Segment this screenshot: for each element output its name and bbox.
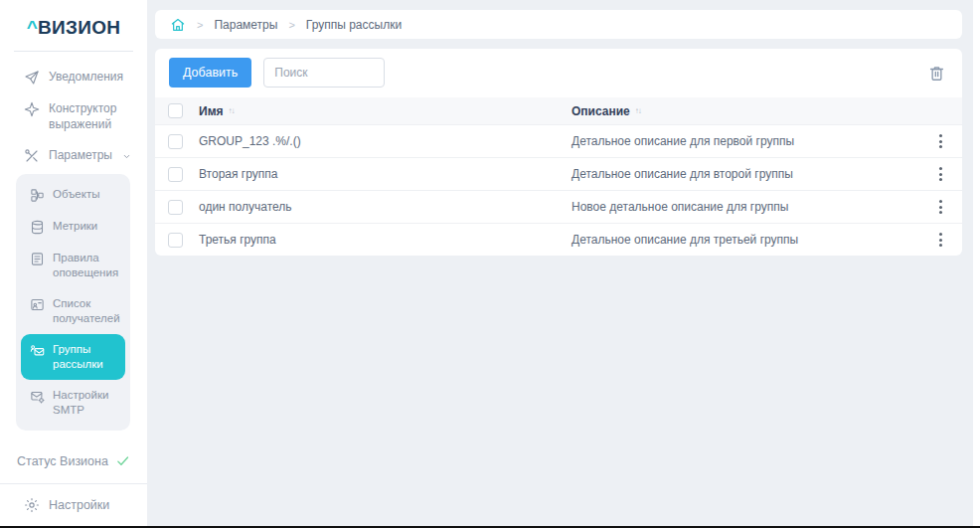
column-header-description[interactable]: Описание ↑↓ (572, 104, 918, 118)
add-button[interactable]: Добавить (169, 58, 251, 88)
sidebar-item-mailing-groups[interactable]: Группы рассылки (21, 334, 125, 380)
vision-status: Статус Визиона (0, 445, 147, 483)
chevron-down-icon (122, 152, 131, 161)
row-description-cell: Детальное описание для второй группы (572, 167, 918, 181)
app-logo: ^ВИЗИОН (0, 0, 147, 48)
sidebar-item-recipients-list[interactable]: Список получателей (21, 288, 125, 334)
sidebar-item-label: Метрики (53, 219, 97, 234)
breadcrumb-item-parameters[interactable]: Параметры (214, 18, 277, 32)
sidebar-item-alert-rules[interactable]: Правила оповещения (21, 243, 125, 288)
sidebar-item-notifications[interactable]: Уведомления (0, 62, 147, 93)
sidebar-item-label: Уведомления (49, 70, 123, 86)
row-description-cell: Новое детальное описание для группы (572, 200, 918, 214)
column-header-label: Имя (199, 104, 224, 118)
app-window: ^ВИЗИОН Уведомления Конструктор выражени… (0, 0, 973, 526)
home-icon[interactable] (170, 17, 186, 33)
table-body: GROUP_123 .%/.() Детальное описание для … (155, 124, 962, 256)
row-name-cell: Третья группа (199, 233, 572, 247)
parameters-submenu: Объекты Метрики Правила оповещения Списо… (16, 174, 130, 431)
sidebar-item-label: Настройки SMTP (53, 388, 121, 418)
vision-status-label: Статус Визиона (17, 454, 108, 468)
breadcrumb-separator-icon: > (288, 19, 294, 31)
kebab-icon (939, 206, 942, 209)
row-name-cell: GROUP_123 .%/.() (199, 134, 572, 148)
kebab-icon (939, 200, 942, 203)
alert-rules-icon (30, 252, 45, 266)
trash-icon (927, 64, 946, 83)
gear-icon (24, 497, 40, 513)
kebab-icon (939, 140, 942, 143)
sidebar-item-parameters[interactable]: Параметры (0, 140, 147, 172)
kebab-icon (939, 211, 942, 214)
sidebar-item-metrics[interactable]: Метрики (21, 211, 125, 243)
sidebar-item-label: Правила оповещения (53, 251, 121, 280)
toolbar: Добавить (155, 49, 962, 97)
kebab-icon (939, 173, 942, 176)
row-actions-menu-button[interactable] (933, 130, 948, 152)
delete-selected-button[interactable] (925, 62, 948, 85)
paper-plane-icon (24, 70, 40, 86)
recipients-list-icon (30, 297, 45, 312)
row-checkbox[interactable] (168, 134, 183, 149)
expression-constructor-icon (24, 101, 40, 117)
kebab-icon (939, 233, 942, 236)
kebab-icon (939, 145, 942, 148)
sort-icon: ↑↓ (635, 106, 641, 115)
sidebar-item-label: Объекты (53, 187, 99, 202)
sidebar-item-label: Настройки (49, 498, 109, 512)
table-row[interactable]: GROUP_123 .%/.() Детальное описание для … (155, 124, 962, 157)
breadcrumb-separator-icon: > (197, 19, 203, 31)
sidebar-item-label: Группы рассылки (53, 342, 121, 372)
logo-caret-icon: ^ (27, 17, 38, 38)
sidebar-item-settings[interactable]: Настройки (0, 483, 147, 526)
status-check-icon (115, 453, 130, 468)
sidebar: ^ВИЗИОН Уведомления Конструктор выражени… (0, 0, 147, 526)
breadcrumb-item-mailing-groups[interactable]: Группы рассылки (306, 18, 402, 32)
table-header: Имя ↑↓ Описание ↑↓ (155, 97, 962, 124)
row-actions-menu-button[interactable] (933, 196, 948, 218)
row-name-cell: Вторая группа (199, 167, 572, 181)
sidebar-item-expression-constructor[interactable]: Конструктор выражений (0, 93, 147, 140)
sidebar-item-label: Список получателей (53, 296, 121, 326)
kebab-icon (939, 167, 942, 170)
table-row[interactable]: Вторая группа Детальное описание для вто… (155, 157, 962, 190)
row-description-cell: Детальное описание для третьей группы (572, 233, 918, 247)
logo-text: ВИЗИОН (38, 17, 120, 38)
kebab-icon (939, 239, 942, 242)
column-header-label: Описание (572, 104, 630, 118)
search-input[interactable] (263, 58, 385, 88)
kebab-icon (939, 178, 942, 181)
mailing-groups-icon (30, 343, 45, 358)
sidebar-item-label: Конструктор выражений (49, 101, 137, 132)
select-all-checkbox[interactable] (168, 103, 183, 118)
row-description-cell: Детальное описание для первой группы (572, 134, 918, 148)
row-actions-menu-button[interactable] (933, 163, 948, 185)
row-checkbox[interactable] (168, 233, 183, 248)
sidebar-item-objects[interactable]: Объекты (21, 179, 125, 211)
kebab-icon (939, 244, 942, 247)
table-row[interactable]: Третья группа Детальное описание для тре… (155, 223, 962, 256)
column-header-name[interactable]: Имя ↑↓ (199, 104, 572, 118)
smtp-settings-icon (30, 389, 45, 404)
kebab-icon (939, 134, 942, 137)
table-row[interactable]: один получатель Новое детальное описание… (155, 190, 962, 223)
metrics-icon (30, 220, 45, 235)
objects-icon (30, 188, 45, 203)
row-checkbox[interactable] (168, 167, 183, 182)
sort-icon: ↑↓ (229, 106, 235, 115)
main-content: > Параметры > Группы рассылки Добавить И… (147, 0, 973, 526)
sidebar-item-label: Параметры (49, 148, 112, 164)
page: ^ВИЗИОН Уведомления Конструктор выражени… (0, 0, 980, 528)
breadcrumb: > Параметры > Группы рассылки (155, 10, 962, 39)
mailing-groups-card: Добавить Имя ↑↓ Описание ↑↓ (155, 49, 962, 256)
row-name-cell: один получатель (199, 200, 572, 214)
sidebar-item-smtp-settings[interactable]: Настройки SMTP (21, 380, 125, 426)
row-actions-menu-button[interactable] (933, 229, 948, 251)
logo-divider (14, 51, 133, 52)
row-checkbox[interactable] (168, 200, 183, 215)
tools-icon (24, 148, 40, 164)
